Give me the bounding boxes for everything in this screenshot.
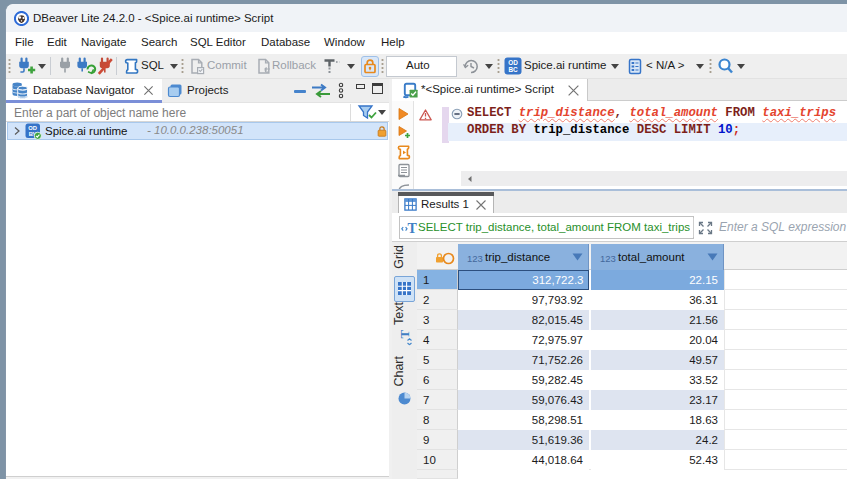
svg-text:BC: BC bbox=[508, 66, 518, 73]
svg-text:OD: OD bbox=[508, 59, 518, 66]
svg-text:OD: OD bbox=[28, 125, 37, 131]
svg-text:T: T bbox=[397, 330, 412, 339]
svg-text:T: T bbox=[408, 221, 418, 236]
